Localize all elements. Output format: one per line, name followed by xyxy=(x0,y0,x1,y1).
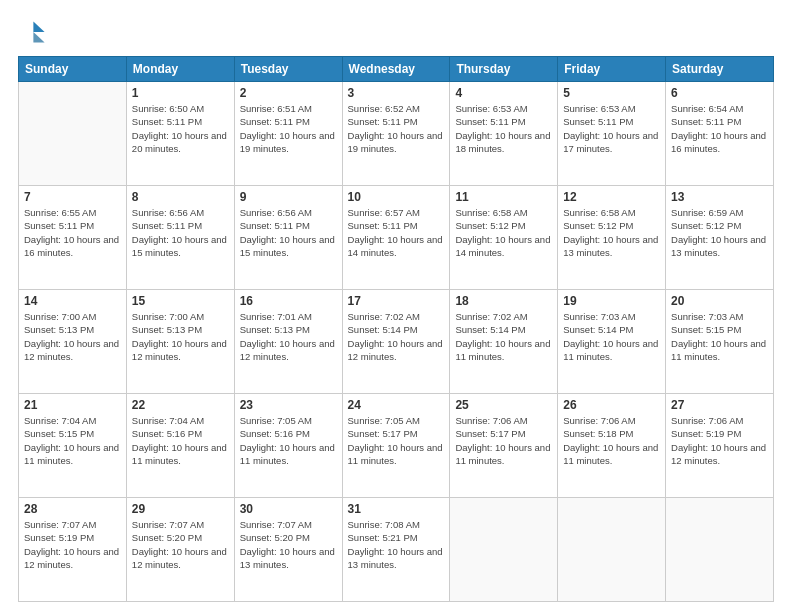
logo xyxy=(18,18,50,46)
calendar-day-cell: 16 Sunrise: 7:01 AM Sunset: 5:13 PM Dayl… xyxy=(234,290,342,394)
day-info: Sunrise: 7:04 AM Sunset: 5:16 PM Dayligh… xyxy=(132,414,229,467)
calendar-day-cell: 10 Sunrise: 6:57 AM Sunset: 5:11 PM Dayl… xyxy=(342,186,450,290)
day-number: 1 xyxy=(132,86,229,100)
day-info: Sunrise: 7:01 AM Sunset: 5:13 PM Dayligh… xyxy=(240,310,337,363)
calendar-week-row: 14 Sunrise: 7:00 AM Sunset: 5:13 PM Dayl… xyxy=(19,290,774,394)
calendar-day-cell: 1 Sunrise: 6:50 AM Sunset: 5:11 PM Dayli… xyxy=(126,82,234,186)
day-number: 5 xyxy=(563,86,660,100)
calendar-day-cell xyxy=(450,498,558,602)
calendar-week-row: 28 Sunrise: 7:07 AM Sunset: 5:19 PM Dayl… xyxy=(19,498,774,602)
day-info: Sunrise: 7:08 AM Sunset: 5:21 PM Dayligh… xyxy=(348,518,445,571)
weekday-row: SundayMondayTuesdayWednesdayThursdayFrid… xyxy=(19,57,774,82)
day-number: 4 xyxy=(455,86,552,100)
day-info: Sunrise: 6:56 AM Sunset: 5:11 PM Dayligh… xyxy=(240,206,337,259)
calendar-header: SundayMondayTuesdayWednesdayThursdayFrid… xyxy=(19,57,774,82)
day-number: 3 xyxy=(348,86,445,100)
day-number: 12 xyxy=(563,190,660,204)
header xyxy=(18,18,774,46)
day-info: Sunrise: 7:03 AM Sunset: 5:14 PM Dayligh… xyxy=(563,310,660,363)
day-number: 25 xyxy=(455,398,552,412)
calendar-day-cell: 30 Sunrise: 7:07 AM Sunset: 5:20 PM Dayl… xyxy=(234,498,342,602)
calendar-day-cell: 27 Sunrise: 7:06 AM Sunset: 5:19 PM Dayl… xyxy=(666,394,774,498)
calendar-body: 1 Sunrise: 6:50 AM Sunset: 5:11 PM Dayli… xyxy=(19,82,774,602)
calendar-day-cell: 19 Sunrise: 7:03 AM Sunset: 5:14 PM Dayl… xyxy=(558,290,666,394)
day-info: Sunrise: 6:58 AM Sunset: 5:12 PM Dayligh… xyxy=(455,206,552,259)
day-number: 14 xyxy=(24,294,121,308)
day-info: Sunrise: 6:56 AM Sunset: 5:11 PM Dayligh… xyxy=(132,206,229,259)
day-info: Sunrise: 7:02 AM Sunset: 5:14 PM Dayligh… xyxy=(455,310,552,363)
weekday-header: Saturday xyxy=(666,57,774,82)
calendar-day-cell: 9 Sunrise: 6:56 AM Sunset: 5:11 PM Dayli… xyxy=(234,186,342,290)
day-info: Sunrise: 6:55 AM Sunset: 5:11 PM Dayligh… xyxy=(24,206,121,259)
svg-marker-1 xyxy=(33,32,44,43)
day-info: Sunrise: 7:04 AM Sunset: 5:15 PM Dayligh… xyxy=(24,414,121,467)
calendar-week-row: 7 Sunrise: 6:55 AM Sunset: 5:11 PM Dayli… xyxy=(19,186,774,290)
day-number: 29 xyxy=(132,502,229,516)
day-number: 6 xyxy=(671,86,768,100)
calendar-day-cell: 31 Sunrise: 7:08 AM Sunset: 5:21 PM Dayl… xyxy=(342,498,450,602)
weekday-header: Tuesday xyxy=(234,57,342,82)
day-info: Sunrise: 6:50 AM Sunset: 5:11 PM Dayligh… xyxy=(132,102,229,155)
day-number: 13 xyxy=(671,190,768,204)
calendar-table: SundayMondayTuesdayWednesdayThursdayFrid… xyxy=(18,56,774,602)
page: SundayMondayTuesdayWednesdayThursdayFrid… xyxy=(0,0,792,612)
day-number: 21 xyxy=(24,398,121,412)
day-info: Sunrise: 7:00 AM Sunset: 5:13 PM Dayligh… xyxy=(24,310,121,363)
day-number: 23 xyxy=(240,398,337,412)
day-info: Sunrise: 6:58 AM Sunset: 5:12 PM Dayligh… xyxy=(563,206,660,259)
calendar-week-row: 1 Sunrise: 6:50 AM Sunset: 5:11 PM Dayli… xyxy=(19,82,774,186)
day-info: Sunrise: 7:00 AM Sunset: 5:13 PM Dayligh… xyxy=(132,310,229,363)
day-number: 11 xyxy=(455,190,552,204)
calendar-day-cell: 12 Sunrise: 6:58 AM Sunset: 5:12 PM Dayl… xyxy=(558,186,666,290)
calendar-day-cell xyxy=(558,498,666,602)
svg-marker-0 xyxy=(33,22,44,33)
day-info: Sunrise: 6:59 AM Sunset: 5:12 PM Dayligh… xyxy=(671,206,768,259)
calendar-day-cell: 28 Sunrise: 7:07 AM Sunset: 5:19 PM Dayl… xyxy=(19,498,127,602)
day-number: 26 xyxy=(563,398,660,412)
day-info: Sunrise: 7:07 AM Sunset: 5:20 PM Dayligh… xyxy=(240,518,337,571)
calendar-day-cell: 15 Sunrise: 7:00 AM Sunset: 5:13 PM Dayl… xyxy=(126,290,234,394)
calendar-day-cell: 3 Sunrise: 6:52 AM Sunset: 5:11 PM Dayli… xyxy=(342,82,450,186)
calendar-day-cell: 24 Sunrise: 7:05 AM Sunset: 5:17 PM Dayl… xyxy=(342,394,450,498)
calendar-day-cell: 23 Sunrise: 7:05 AM Sunset: 5:16 PM Dayl… xyxy=(234,394,342,498)
day-number: 16 xyxy=(240,294,337,308)
day-info: Sunrise: 6:54 AM Sunset: 5:11 PM Dayligh… xyxy=(671,102,768,155)
day-number: 20 xyxy=(671,294,768,308)
weekday-header: Wednesday xyxy=(342,57,450,82)
day-info: Sunrise: 7:07 AM Sunset: 5:20 PM Dayligh… xyxy=(132,518,229,571)
day-info: Sunrise: 7:06 AM Sunset: 5:19 PM Dayligh… xyxy=(671,414,768,467)
calendar-day-cell xyxy=(19,82,127,186)
calendar-day-cell: 14 Sunrise: 7:00 AM Sunset: 5:13 PM Dayl… xyxy=(19,290,127,394)
day-number: 31 xyxy=(348,502,445,516)
day-number: 9 xyxy=(240,190,337,204)
day-info: Sunrise: 6:53 AM Sunset: 5:11 PM Dayligh… xyxy=(455,102,552,155)
calendar-day-cell: 6 Sunrise: 6:54 AM Sunset: 5:11 PM Dayli… xyxy=(666,82,774,186)
calendar-day-cell: 18 Sunrise: 7:02 AM Sunset: 5:14 PM Dayl… xyxy=(450,290,558,394)
day-number: 27 xyxy=(671,398,768,412)
day-info: Sunrise: 6:53 AM Sunset: 5:11 PM Dayligh… xyxy=(563,102,660,155)
calendar-day-cell: 26 Sunrise: 7:06 AM Sunset: 5:18 PM Dayl… xyxy=(558,394,666,498)
calendar-day-cell: 8 Sunrise: 6:56 AM Sunset: 5:11 PM Dayli… xyxy=(126,186,234,290)
day-info: Sunrise: 7:02 AM Sunset: 5:14 PM Dayligh… xyxy=(348,310,445,363)
day-info: Sunrise: 7:07 AM Sunset: 5:19 PM Dayligh… xyxy=(24,518,121,571)
day-number: 8 xyxy=(132,190,229,204)
day-number: 10 xyxy=(348,190,445,204)
day-number: 2 xyxy=(240,86,337,100)
weekday-header: Thursday xyxy=(450,57,558,82)
calendar-day-cell: 2 Sunrise: 6:51 AM Sunset: 5:11 PM Dayli… xyxy=(234,82,342,186)
day-info: Sunrise: 7:05 AM Sunset: 5:17 PM Dayligh… xyxy=(348,414,445,467)
day-info: Sunrise: 7:06 AM Sunset: 5:17 PM Dayligh… xyxy=(455,414,552,467)
day-info: Sunrise: 6:52 AM Sunset: 5:11 PM Dayligh… xyxy=(348,102,445,155)
calendar-day-cell: 25 Sunrise: 7:06 AM Sunset: 5:17 PM Dayl… xyxy=(450,394,558,498)
calendar-day-cell: 4 Sunrise: 6:53 AM Sunset: 5:11 PM Dayli… xyxy=(450,82,558,186)
day-number: 28 xyxy=(24,502,121,516)
calendar-day-cell: 7 Sunrise: 6:55 AM Sunset: 5:11 PM Dayli… xyxy=(19,186,127,290)
day-info: Sunrise: 6:51 AM Sunset: 5:11 PM Dayligh… xyxy=(240,102,337,155)
logo-icon xyxy=(18,18,46,46)
day-number: 22 xyxy=(132,398,229,412)
calendar-week-row: 21 Sunrise: 7:04 AM Sunset: 5:15 PM Dayl… xyxy=(19,394,774,498)
calendar-day-cell: 22 Sunrise: 7:04 AM Sunset: 5:16 PM Dayl… xyxy=(126,394,234,498)
day-number: 24 xyxy=(348,398,445,412)
calendar-day-cell: 11 Sunrise: 6:58 AM Sunset: 5:12 PM Dayl… xyxy=(450,186,558,290)
calendar-day-cell: 20 Sunrise: 7:03 AM Sunset: 5:15 PM Dayl… xyxy=(666,290,774,394)
